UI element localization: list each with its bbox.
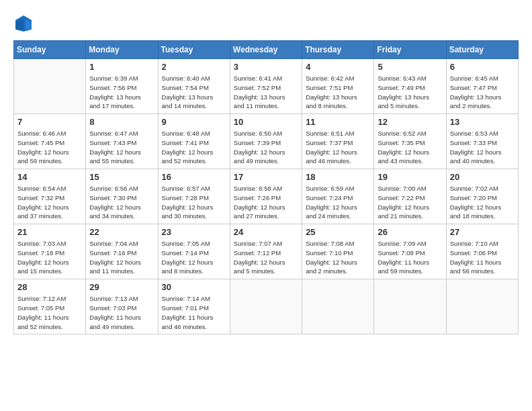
day-cell: 11Sunrise: 6:51 AM Sunset: 7:37 PM Dayli… bbox=[302, 114, 374, 169]
day-cell: 9Sunrise: 6:48 AM Sunset: 7:41 PM Daylig… bbox=[158, 114, 230, 169]
day-info: Sunrise: 7:03 AM Sunset: 7:18 PM Dayligh… bbox=[17, 239, 82, 276]
day-number: 28 bbox=[17, 282, 82, 292]
day-info: Sunrise: 6:46 AM Sunset: 7:45 PM Dayligh… bbox=[17, 129, 82, 166]
day-info: Sunrise: 7:14 AM Sunset: 7:01 PM Dayligh… bbox=[162, 294, 226, 331]
day-number: 8 bbox=[89, 117, 154, 127]
day-info: Sunrise: 7:10 AM Sunset: 7:06 PM Dayligh… bbox=[450, 239, 515, 276]
day-cell: 5Sunrise: 6:43 AM Sunset: 7:49 PM Daylig… bbox=[374, 59, 446, 114]
day-info: Sunrise: 6:43 AM Sunset: 7:49 PM Dayligh… bbox=[378, 74, 442, 111]
day-number: 13 bbox=[450, 117, 515, 127]
day-number: 1 bbox=[89, 62, 154, 72]
day-cell: 23Sunrise: 7:05 AM Sunset: 7:14 PM Dayli… bbox=[158, 224, 230, 279]
day-number: 24 bbox=[234, 227, 298, 237]
day-info: Sunrise: 6:39 AM Sunset: 7:56 PM Dayligh… bbox=[89, 74, 154, 111]
day-number: 2 bbox=[162, 62, 226, 72]
day-cell: 13Sunrise: 6:53 AM Sunset: 7:33 PM Dayli… bbox=[446, 114, 518, 169]
day-info: Sunrise: 6:41 AM Sunset: 7:52 PM Dayligh… bbox=[234, 74, 298, 111]
day-info: Sunrise: 6:57 AM Sunset: 7:28 PM Dayligh… bbox=[162, 184, 226, 221]
day-info: Sunrise: 7:02 AM Sunset: 7:20 PM Dayligh… bbox=[450, 184, 515, 221]
day-cell: 8Sunrise: 6:47 AM Sunset: 7:43 PM Daylig… bbox=[86, 114, 158, 169]
day-cell: 17Sunrise: 6:58 AM Sunset: 7:26 PM Dayli… bbox=[230, 169, 302, 224]
day-number: 30 bbox=[162, 282, 226, 292]
day-cell: 20Sunrise: 7:02 AM Sunset: 7:20 PM Dayli… bbox=[446, 169, 518, 224]
day-number: 23 bbox=[162, 227, 226, 237]
day-header-wednesday: Wednesday bbox=[230, 41, 302, 59]
day-info: Sunrise: 7:09 AM Sunset: 7:08 PM Dayligh… bbox=[378, 239, 442, 276]
day-header-thursday: Thursday bbox=[302, 41, 374, 59]
logo bbox=[13, 13, 36, 34]
day-cell: 27Sunrise: 7:10 AM Sunset: 7:06 PM Dayli… bbox=[446, 224, 518, 279]
day-cell: 21Sunrise: 7:03 AM Sunset: 7:18 PM Dayli… bbox=[14, 224, 86, 279]
day-cell: 24Sunrise: 7:07 AM Sunset: 7:12 PM Dayli… bbox=[230, 224, 302, 279]
day-cell: 16Sunrise: 6:57 AM Sunset: 7:28 PM Dayli… bbox=[158, 169, 230, 224]
day-cell: 1Sunrise: 6:39 AM Sunset: 7:56 PM Daylig… bbox=[86, 59, 158, 114]
day-cell: 14Sunrise: 6:54 AM Sunset: 7:32 PM Dayli… bbox=[14, 169, 86, 224]
day-info: Sunrise: 6:59 AM Sunset: 7:24 PM Dayligh… bbox=[306, 184, 370, 221]
week-row-3: 14Sunrise: 6:54 AM Sunset: 7:32 PM Dayli… bbox=[14, 169, 519, 224]
day-number: 17 bbox=[234, 172, 298, 182]
day-info: Sunrise: 6:56 AM Sunset: 7:30 PM Dayligh… bbox=[89, 184, 154, 221]
day-info: Sunrise: 7:12 AM Sunset: 7:05 PM Dayligh… bbox=[17, 294, 82, 331]
day-info: Sunrise: 6:54 AM Sunset: 7:32 PM Dayligh… bbox=[17, 184, 82, 221]
day-number: 20 bbox=[450, 172, 515, 182]
day-info: Sunrise: 7:04 AM Sunset: 7:16 PM Dayligh… bbox=[89, 239, 154, 276]
day-number: 15 bbox=[89, 172, 154, 182]
day-number: 10 bbox=[234, 117, 298, 127]
day-number: 19 bbox=[378, 172, 442, 182]
day-cell: 6Sunrise: 6:45 AM Sunset: 7:47 PM Daylig… bbox=[446, 59, 518, 114]
day-cell: 7Sunrise: 6:46 AM Sunset: 7:45 PM Daylig… bbox=[14, 114, 86, 169]
day-number: 18 bbox=[306, 172, 370, 182]
day-cell bbox=[230, 279, 302, 334]
week-row-2: 7Sunrise: 6:46 AM Sunset: 7:45 PM Daylig… bbox=[14, 114, 519, 169]
day-cell: 19Sunrise: 7:00 AM Sunset: 7:22 PM Dayli… bbox=[374, 169, 446, 224]
day-info: Sunrise: 6:51 AM Sunset: 7:37 PM Dayligh… bbox=[306, 129, 370, 166]
day-header-saturday: Saturday bbox=[446, 41, 518, 59]
day-number: 4 bbox=[306, 62, 370, 72]
page-header bbox=[13, 13, 519, 34]
day-number: 25 bbox=[306, 227, 370, 237]
day-info: Sunrise: 6:45 AM Sunset: 7:47 PM Dayligh… bbox=[450, 74, 515, 111]
day-number: 12 bbox=[378, 117, 442, 127]
day-cell bbox=[14, 59, 86, 114]
day-cell: 12Sunrise: 6:52 AM Sunset: 7:35 PM Dayli… bbox=[374, 114, 446, 169]
day-info: Sunrise: 7:13 AM Sunset: 7:03 PM Dayligh… bbox=[89, 294, 154, 331]
day-header-monday: Monday bbox=[86, 41, 158, 59]
day-cell: 18Sunrise: 6:59 AM Sunset: 7:24 PM Dayli… bbox=[302, 169, 374, 224]
day-info: Sunrise: 6:52 AM Sunset: 7:35 PM Dayligh… bbox=[378, 129, 442, 166]
day-number: 27 bbox=[450, 227, 515, 237]
day-cell: 15Sunrise: 6:56 AM Sunset: 7:30 PM Dayli… bbox=[86, 169, 158, 224]
day-info: Sunrise: 6:47 AM Sunset: 7:43 PM Dayligh… bbox=[89, 129, 154, 166]
day-number: 29 bbox=[89, 282, 154, 292]
day-cell: 30Sunrise: 7:14 AM Sunset: 7:01 PM Dayli… bbox=[158, 279, 230, 334]
day-info: Sunrise: 6:48 AM Sunset: 7:41 PM Dayligh… bbox=[162, 129, 226, 166]
header-row: SundayMondayTuesdayWednesdayThursdayFrid… bbox=[14, 41, 519, 59]
day-cell: 26Sunrise: 7:09 AM Sunset: 7:08 PM Dayli… bbox=[374, 224, 446, 279]
day-info: Sunrise: 7:08 AM Sunset: 7:10 PM Dayligh… bbox=[306, 239, 370, 276]
day-info: Sunrise: 6:42 AM Sunset: 7:51 PM Dayligh… bbox=[306, 74, 370, 111]
day-info: Sunrise: 7:00 AM Sunset: 7:22 PM Dayligh… bbox=[378, 184, 442, 221]
day-cell: 22Sunrise: 7:04 AM Sunset: 7:16 PM Dayli… bbox=[86, 224, 158, 279]
day-number: 21 bbox=[17, 227, 82, 237]
day-info: Sunrise: 6:50 AM Sunset: 7:39 PM Dayligh… bbox=[234, 129, 298, 166]
day-header-friday: Friday bbox=[374, 41, 446, 59]
day-number: 16 bbox=[162, 172, 226, 182]
day-cell: 3Sunrise: 6:41 AM Sunset: 7:52 PM Daylig… bbox=[230, 59, 302, 114]
day-info: Sunrise: 6:53 AM Sunset: 7:33 PM Dayligh… bbox=[450, 129, 515, 166]
day-number: 11 bbox=[306, 117, 370, 127]
day-cell: 10Sunrise: 6:50 AM Sunset: 7:39 PM Dayli… bbox=[230, 114, 302, 169]
calendar-table: SundayMondayTuesdayWednesdayThursdayFrid… bbox=[13, 40, 519, 334]
week-row-5: 28Sunrise: 7:12 AM Sunset: 7:05 PM Dayli… bbox=[14, 279, 519, 334]
day-number: 3 bbox=[234, 62, 298, 72]
day-cell bbox=[446, 279, 518, 334]
day-number: 9 bbox=[162, 117, 226, 127]
day-number: 26 bbox=[378, 227, 442, 237]
day-cell: 4Sunrise: 6:42 AM Sunset: 7:51 PM Daylig… bbox=[302, 59, 374, 114]
day-header-tuesday: Tuesday bbox=[158, 41, 230, 59]
day-info: Sunrise: 7:07 AM Sunset: 7:12 PM Dayligh… bbox=[234, 239, 298, 276]
day-number: 14 bbox=[17, 172, 82, 182]
day-cell bbox=[374, 279, 446, 334]
day-info: Sunrise: 6:58 AM Sunset: 7:26 PM Dayligh… bbox=[234, 184, 298, 221]
day-cell: 28Sunrise: 7:12 AM Sunset: 7:05 PM Dayli… bbox=[14, 279, 86, 334]
day-cell: 2Sunrise: 6:40 AM Sunset: 7:54 PM Daylig… bbox=[158, 59, 230, 114]
day-number: 7 bbox=[17, 117, 82, 127]
